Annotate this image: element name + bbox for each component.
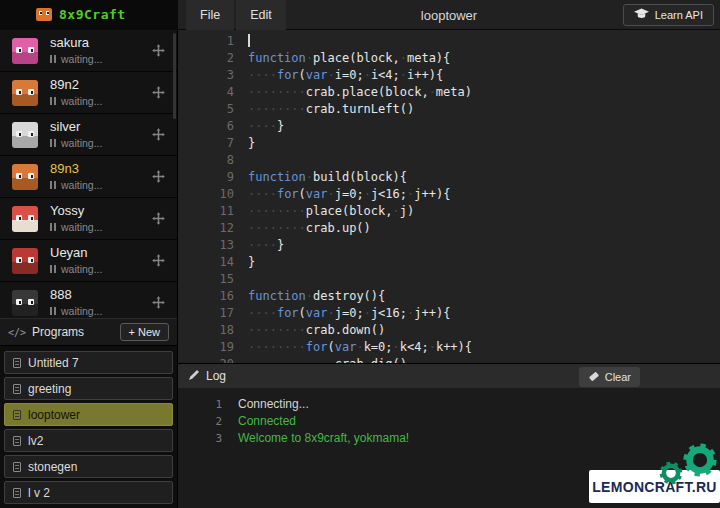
code-text: function·place(block,·meta){ [248, 50, 450, 67]
line-number: 8 [178, 152, 248, 169]
log-text: Connecting... [238, 396, 309, 413]
code-text: ····for(var·j=0;·j<16;·j++){ [248, 305, 450, 322]
code-line: 19········for(var·k=0;·k<4;·k++){ [178, 339, 720, 356]
program-item-stonegen[interactable]: stonegen [4, 455, 173, 478]
programs-header: </> Programs + New [0, 318, 177, 346]
player-info: sakurawaiting... [50, 36, 151, 65]
code-line: 14} [178, 254, 720, 271]
avatar-eye [28, 257, 34, 263]
line-number: 14 [178, 254, 248, 271]
program-item-lv2[interactable]: lv2 [4, 429, 173, 452]
player-info: 89n2waiting... [50, 78, 151, 107]
player-list-scrollbar[interactable] [173, 33, 176, 119]
player-status: waiting... [50, 221, 151, 233]
pause-icon [50, 307, 56, 315]
program-item-untitled-7[interactable]: Untitled 7 [4, 351, 173, 374]
move-icon[interactable] [151, 43, 167, 59]
crab-logo-icon [36, 8, 52, 21]
avatar-pupil [19, 217, 22, 220]
menu-item-file[interactable]: File [186, 0, 234, 30]
pause-icon [50, 97, 56, 105]
player-status-text: waiting... [61, 221, 102, 233]
player-avatar [12, 38, 38, 64]
program-list: Untitled 7greetinglooptowerlv2stonegenl … [0, 346, 177, 508]
pause-icon [50, 181, 56, 189]
code-line: 3····for(var·i=0;·i<4;·i++){ [178, 67, 720, 84]
player-name: Yossy [50, 204, 151, 218]
line-number: 11 [178, 203, 248, 220]
pause-icon [50, 265, 56, 273]
player-status: waiting... [50, 263, 151, 275]
player-status-text: waiting... [61, 263, 102, 275]
code-line: 20············crab.dig() [178, 356, 720, 363]
line-number: 20 [178, 356, 248, 363]
gear-icon [681, 441, 719, 483]
player-status: waiting... [50, 305, 151, 317]
player-row-89n3[interactable]: 89n3waiting... [0, 156, 177, 198]
avatar-pupil [19, 91, 22, 94]
code-text: ········crab.up() [248, 220, 371, 237]
move-icon[interactable] [151, 169, 167, 185]
app-window: 8x9Craft FileEdit looptower Learn API sa… [0, 0, 720, 508]
player-row-888[interactable]: 888waiting... [0, 282, 177, 318]
player-status-text: waiting... [61, 53, 102, 65]
player-avatar [12, 164, 38, 190]
line-number: 9 [178, 169, 248, 186]
player-status: waiting... [50, 53, 151, 65]
code-editor[interactable]: 12function·place(block,·meta){3····for(v… [178, 30, 720, 363]
pencil-icon [188, 367, 200, 385]
player-row-yossy[interactable]: Yossywaiting... [0, 198, 177, 240]
log-header: Log Clear [178, 364, 720, 388]
sidebar: sakurawaiting...89n2waiting...silverwait… [0, 30, 178, 508]
program-label: lv2 [28, 434, 43, 448]
avatar-eye [28, 299, 34, 305]
log-line: 1Connecting... [178, 396, 720, 413]
move-icon[interactable] [151, 127, 167, 143]
program-item-l-v-2[interactable]: l v 2 [4, 481, 173, 504]
document-icon [13, 384, 21, 394]
code-text: ····for(var·i=0;·i<4;·i++){ [248, 67, 443, 84]
line-number: 6 [178, 118, 248, 135]
log-text: Welcome to 8x9craft, yokmama! [238, 430, 409, 447]
learn-api-button[interactable]: Learn API [623, 4, 714, 26]
code-line: 16function·destroy(){ [178, 288, 720, 305]
move-icon[interactable] [151, 295, 167, 311]
code-text: ····} [248, 237, 284, 254]
player-row-silver[interactable]: silverwaiting... [0, 114, 177, 156]
code-text: function·build(block){ [248, 169, 407, 186]
program-item-greeting[interactable]: greeting [4, 377, 173, 400]
log-line: 2Connected [178, 413, 720, 430]
new-program-button[interactable]: + New [120, 323, 170, 341]
clear-log-button[interactable]: Clear [579, 367, 640, 387]
player-status-text: waiting... [61, 137, 102, 149]
log-title: Log [206, 369, 226, 383]
player-status: waiting... [50, 179, 151, 191]
program-item-looptower[interactable]: looptower [4, 403, 173, 426]
player-row-ueyan[interactable]: Ueyanwaiting... [0, 240, 177, 282]
avatar-eye [16, 47, 22, 53]
text-cursor [248, 34, 250, 47]
line-number: 16 [178, 288, 248, 305]
line-number: 12 [178, 220, 248, 237]
code-text: } [248, 135, 255, 152]
program-title: looptower [421, 7, 477, 22]
code-line: 5········crab.turnLeft() [178, 101, 720, 118]
player-row-89n2[interactable]: 89n2waiting... [0, 72, 177, 114]
code-text: function·destroy(){ [248, 288, 385, 305]
move-icon[interactable] [151, 211, 167, 227]
code-text: ········place(block,·j) [248, 203, 414, 220]
avatar-pupil [19, 301, 22, 304]
code-line: 10····for(var·j=0;·j<16;·j++){ [178, 186, 720, 203]
pause-icon [50, 55, 56, 63]
player-row-sakura[interactable]: sakurawaiting... [0, 30, 177, 72]
eraser-icon [588, 370, 600, 384]
menu-item-edit[interactable]: Edit [236, 0, 286, 30]
line-number: 13 [178, 237, 248, 254]
move-icon[interactable] [151, 85, 167, 101]
avatar-pupil [31, 259, 34, 262]
line-number: 17 [178, 305, 248, 322]
avatar-pupil [19, 133, 22, 136]
move-icon[interactable] [151, 253, 167, 269]
program-label: stonegen [28, 460, 77, 474]
code-line: 1 [178, 33, 720, 50]
